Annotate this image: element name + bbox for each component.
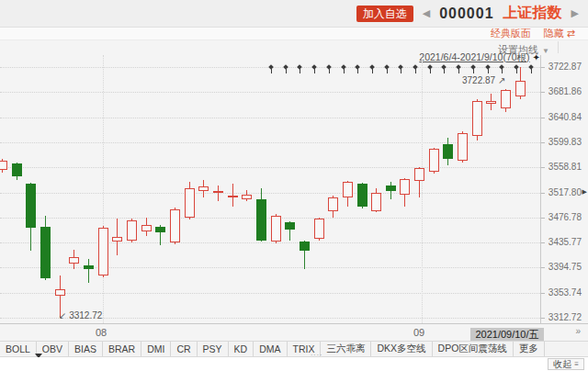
stock-app-window: 加入自选 ◀ 000001 上证指数 ▶ 经典版面 隐藏 ⇄ 设置均线▼ 202…: [0, 0, 588, 371]
month-gridline: [422, 55, 423, 323]
candle-body[interactable]: [98, 228, 108, 275]
header: 加入自选 ◀ 000001 上证指数 ▶: [0, 0, 588, 28]
indicator-tab-10[interactable]: 三六乖离: [321, 342, 371, 356]
candle-body[interactable]: [12, 163, 22, 176]
candle-body[interactable]: [55, 289, 65, 296]
y-axis-label: 3312.72: [548, 312, 582, 322]
y-axis-tick: [541, 242, 545, 243]
indicator-tab-bar: BOLLOBVBIASBRARDMICRPSYKDDMATRIX三六乖离DKX多…: [0, 341, 588, 357]
candle-body[interactable]: [213, 191, 223, 193]
candle-body[interactable]: [458, 133, 468, 161]
candle-body[interactable]: [501, 90, 511, 108]
event-marker-icon[interactable]: [398, 65, 404, 74]
classic-layout-link[interactable]: 经典版面: [491, 27, 531, 40]
event-marker-icon[interactable]: [326, 65, 333, 74]
candle-body[interactable]: [0, 161, 7, 170]
y-axis-label: 3435.77: [548, 237, 582, 247]
indicator-tab-13[interactable]: 更多: [514, 342, 545, 356]
candle-body[interactable]: [443, 144, 453, 159]
event-marker-icon[interactable]: [528, 65, 535, 74]
collapse-button[interactable]: 收起 ≡: [548, 358, 584, 370]
candle-body[interactable]: [141, 225, 152, 231]
candle-body[interactable]: [84, 265, 94, 269]
candle-body[interactable]: [228, 196, 238, 197]
event-marker-icon[interactable]: [297, 65, 303, 74]
candle-body[interactable]: [285, 222, 295, 230]
indicator-tab-11[interactable]: DKX多空线: [371, 342, 432, 356]
gridline: [0, 193, 540, 194]
y-axis: ▶ 3722.873681.863640.843599.833558.81351…: [540, 55, 588, 323]
indicator-tab-2[interactable]: BIAS: [69, 342, 103, 356]
candle-body[interactable]: [26, 184, 36, 228]
prev-stock-icon[interactable]: ◀: [423, 7, 430, 19]
candle-wick: [218, 186, 219, 201]
candle-body[interactable]: [300, 242, 310, 251]
y-axis-tick: [541, 193, 545, 194]
event-marker-icon[interactable]: [283, 65, 289, 74]
candle-body[interactable]: [170, 209, 180, 242]
event-marker-icon[interactable]: [499, 65, 505, 74]
y-axis-tick: [541, 118, 545, 118]
candle-body[interactable]: [357, 184, 368, 207]
toolbar-divider: [558, 41, 559, 53]
y-axis-tick: [541, 67, 545, 68]
y-axis-label: 3722.87: [548, 62, 582, 72]
candle-body[interactable]: [69, 257, 79, 264]
candle-body[interactable]: [314, 219, 324, 239]
event-marker-icon[interactable]: [514, 65, 520, 74]
candle-body[interactable]: [127, 220, 137, 241]
indicator-tab-0[interactable]: BOLL: [0, 342, 37, 356]
candle-body[interactable]: [414, 168, 424, 181]
candle-body[interactable]: [328, 197, 338, 211]
event-marker-icon[interactable]: [427, 65, 434, 74]
event-marker-icon[interactable]: [341, 65, 347, 74]
indicator-tab-7[interactable]: KD: [229, 342, 254, 356]
indicator-tab-12[interactable]: DPO区间震荡线: [433, 342, 514, 356]
y-axis-label: 3394.75: [548, 262, 582, 272]
event-marker-icon[interactable]: [441, 65, 447, 74]
indicator-tab-3[interactable]: BRAR: [103, 342, 141, 356]
candlestick-plot[interactable]: 3722.87 ↗↙ 3312.72: [0, 55, 540, 323]
candle-body[interactable]: [486, 101, 496, 104]
candle-body[interactable]: [198, 186, 209, 191]
add-watchlist-button[interactable]: 加入自选: [356, 6, 413, 22]
candle-body[interactable]: [256, 199, 266, 241]
candle-body[interactable]: [429, 149, 439, 172]
event-marker-icon[interactable]: [485, 65, 492, 74]
event-marker-icon[interactable]: [384, 65, 390, 74]
indicator-tab-6[interactable]: PSY: [198, 342, 229, 356]
candle-body[interactable]: [40, 227, 51, 278]
x-axis-label-sep: 09: [413, 327, 424, 338]
event-marker-icon[interactable]: [456, 65, 462, 74]
gridline: [0, 242, 540, 243]
indicator-tab-5[interactable]: CR: [171, 342, 197, 356]
next-stock-icon[interactable]: ▶: [571, 7, 579, 19]
candle-body[interactable]: [472, 101, 482, 136]
event-marker-icon[interactable]: [413, 65, 419, 74]
candle-body[interactable]: [386, 186, 396, 191]
candle-body[interactable]: [271, 216, 281, 242]
event-marker-icon[interactable]: [311, 65, 318, 74]
axis-pointer-icon[interactable]: ▶: [582, 188, 587, 196]
candle-body[interactable]: [112, 237, 122, 242]
y-axis-label: 3476.78: [548, 212, 582, 222]
event-marker-icon[interactable]: [355, 65, 361, 74]
x-axis-more-icon[interactable]: »: [575, 326, 581, 336]
candle-body[interactable]: [343, 182, 353, 197]
candle-body[interactable]: [515, 81, 526, 96]
candle-body[interactable]: [400, 179, 410, 195]
y-axis-label: 3517.80: [548, 187, 582, 197]
candle-body[interactable]: [242, 195, 252, 199]
event-marker-icon[interactable]: [369, 65, 376, 74]
event-marker-icon[interactable]: [268, 65, 275, 74]
indicator-tab-8[interactable]: DMA: [254, 342, 287, 356]
indicator-tab-4[interactable]: DMI: [141, 342, 171, 356]
month-gridline: [103, 55, 104, 323]
candle-body[interactable]: [371, 193, 381, 211]
candle-body[interactable]: [185, 188, 195, 219]
event-marker-icon[interactable]: [470, 65, 477, 74]
gridline: [0, 167, 540, 168]
candle-body[interactable]: [155, 227, 165, 232]
y-axis-tick: [541, 293, 545, 294]
hide-link[interactable]: 隐藏 ⇄: [544, 27, 575, 40]
